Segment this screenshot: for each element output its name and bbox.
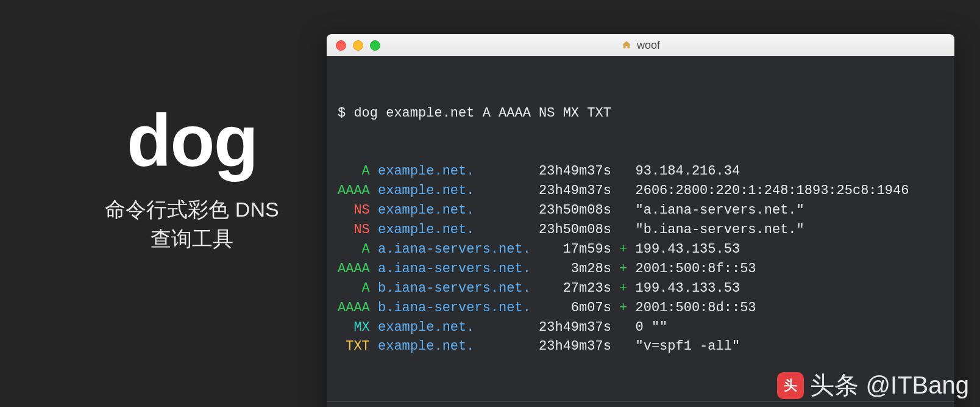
plus-icon [611,183,636,198]
terminal-body[interactable]: $ dog example.net A AAAA NS MX TXT A exa… [327,56,954,407]
record-value: 2606:2800:220:1:248:1893:25c8:1946 [636,183,909,198]
record-type: AAAA [338,261,370,276]
command-line: $ dog example.net A AAAA NS MX TXT [338,104,943,123]
window-title-text: woof [637,39,660,52]
record-value: "v=spf1 -all" [636,339,740,354]
hero: dog 命令行式彩色 DNS 查询工具 [79,104,305,253]
record-ttl: 17m59s [539,242,611,257]
record-ttl: 23h49m37s [539,339,611,354]
record-ttl: 6m07s [539,300,611,315]
dns-record-row: AAAA a.iana-servers.net. 3m28s + 2001:50… [338,259,943,279]
record-type: AAAA [338,300,370,315]
record-value: "a.iana-servers.net." [636,203,804,218]
record-type: TXT [338,339,370,354]
record-value: 0 "" [636,320,668,335]
dns-record-row: AAAA b.iana-servers.net. 6m07s + 2001:50… [338,298,943,318]
record-value: "b.iana-servers.net." [636,222,804,237]
record-name: example.net. [378,164,531,179]
record-type: A [338,242,370,257]
window-title: woof [327,39,954,52]
record-name: b.iana-servers.net. [378,300,531,315]
terminal-window: woof $ dog example.net A AAAA NS MX TXT … [327,34,954,407]
dns-record-row: NS example.net. 23h50m08s "b.iana-server… [338,220,943,240]
app-subtitle: 命令行式彩色 DNS 查询工具 [79,195,305,253]
close-button[interactable] [336,40,346,51]
record-ttl: 3m28s [539,261,611,276]
record-name: a.iana-servers.net. [378,242,531,257]
plus-icon [611,320,636,335]
plus-icon [611,203,636,218]
app-title: dog [79,104,305,177]
record-value: 2001:500:8d::53 [636,300,756,315]
record-type: NS [338,222,370,237]
dns-record-row: MX example.net. 23h49m37s 0 "" [338,318,943,337]
record-ttl: 27m23s [539,281,611,296]
record-value: 199.43.133.53 [636,281,740,296]
plus-icon [611,222,636,237]
dns-record-row: A a.iana-servers.net. 17m59s + 199.43.13… [338,240,943,259]
record-ttl: 23h49m37s [539,183,611,198]
record-name: example.net. [378,203,531,218]
command-text: dog example.net A AAAA NS MX TXT [353,106,611,121]
plus-icon: + [611,261,636,276]
record-type: MX [338,320,370,335]
plus-icon: + [611,281,636,296]
zoom-button[interactable] [370,40,380,51]
plus-icon [611,339,636,354]
watermark: 头 头条 @ITBang [777,369,969,402]
plus-icon: + [611,300,636,315]
record-ttl: 23h49m37s [539,320,611,335]
record-type: AAAA [338,183,370,198]
window-titlebar: woof [327,34,954,56]
dns-record-row: NS example.net. 23h50m08s "a.iana-server… [338,201,943,220]
dns-record-row: AAAA example.net. 23h49m37s 2606:2800:22… [338,181,943,201]
dns-record-row: TXT example.net. 23h49m37s "v=spf1 -all" [338,337,943,356]
record-type: NS [338,203,370,218]
record-name: b.iana-servers.net. [378,281,531,296]
record-name: a.iana-servers.net. [378,261,531,276]
home-icon [621,40,632,51]
record-name: example.net. [378,320,531,335]
record-value: 199.43.135.53 [636,242,740,257]
record-value: 93.184.216.34 [636,164,740,179]
record-value: 2001:500:8f::53 [636,261,756,276]
record-name: example.net. [378,339,531,354]
dns-record-row: A example.net. 23h49m37s 93.184.216.34 [338,162,943,181]
plus-icon [611,164,636,179]
record-ttl: 23h50m08s [539,222,611,237]
watermark-text: 头条 @ITBang [810,369,969,402]
minimize-button[interactable] [353,40,363,51]
record-ttl: 23h50m08s [539,203,611,218]
plus-icon: + [611,242,636,257]
record-type: A [338,281,370,296]
watermark-logo: 头 [777,372,804,399]
window-controls [336,40,380,51]
record-name: example.net. [378,183,531,198]
record-type: A [338,164,370,179]
dns-record-row: A b.iana-servers.net. 27m23s + 199.43.13… [338,279,943,298]
record-ttl: 23h49m37s [539,164,611,179]
record-name: example.net. [378,222,531,237]
